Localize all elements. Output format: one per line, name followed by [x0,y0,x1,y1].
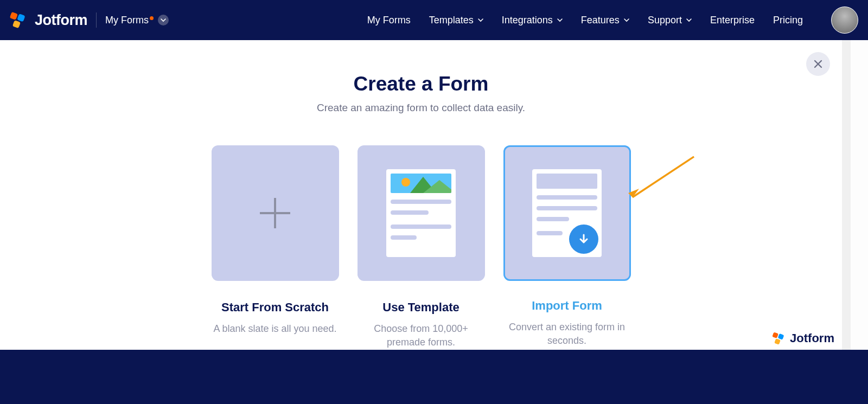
nav-support[interactable]: Support [648,15,692,26]
nav-features[interactable]: Features [581,15,629,26]
nav-label: Enterprise [710,15,755,26]
chevron-down-icon [478,17,483,23]
nav-label: Pricing [773,15,803,26]
nav-label: Templates [429,15,474,26]
footer-band [0,350,868,404]
svg-rect-6 [778,334,784,340]
chevron-down-icon [557,17,563,23]
creation-options: Start From Scratch A blank slate is all … [0,145,842,349]
chevron-down-icon [624,17,629,23]
chevron-down-icon [686,17,692,23]
nav-label: Support [648,15,682,26]
nav-label: Features [581,15,620,26]
nav-label: My Forms [367,15,411,26]
template-doc-icon [386,169,456,257]
svg-rect-0 [10,12,18,20]
page-title: Create a Form [0,73,842,95]
option-start-from-scratch[interactable]: Start From Scratch A blank slate is all … [212,145,339,349]
import-doc-icon [532,169,602,257]
svg-rect-7 [774,338,781,345]
download-arrow-icon [569,225,598,254]
nav-my-forms[interactable]: My Forms [367,15,411,26]
page-subtitle: Create an amazing form to collect data e… [0,102,842,114]
option-import-form[interactable]: Import Form Convert an existing form in … [503,145,631,349]
option-desc: Convert an existing form in seconds. [503,320,631,348]
option-title: Import Form [503,299,631,313]
option-tile [212,145,339,281]
context-label: My Forms [105,15,149,26]
brand-name: Jotform [35,12,87,29]
option-desc: A blank slate is all you need. [212,322,339,336]
option-tile [503,145,631,281]
plus-icon [260,198,290,228]
nav-pricing[interactable]: Pricing [773,15,803,26]
svg-rect-5 [772,332,778,338]
logo-mark-icon [9,11,27,29]
nav-enterprise[interactable]: Enterprise [710,15,755,26]
svg-rect-1 [17,14,25,22]
option-use-template[interactable]: Use Template Choose from 10,000+ premade… [358,145,485,349]
vertical-scrollbar[interactable] [842,0,851,404]
top-nav: Jotform My Forms My Forms Templates Inte… [0,0,868,40]
option-title: Start From Scratch [212,300,339,315]
nav-label: Integrations [502,15,553,26]
context-dropdown[interactable]: My Forms [105,15,169,26]
primary-nav: My Forms Templates Integrations Features… [367,7,858,34]
notification-dot-icon [150,16,154,20]
option-tile [358,145,485,281]
option-desc: Choose from 10,000+ premade forms. [358,322,485,349]
option-title: Use Template [358,300,485,315]
nav-templates[interactable]: Templates [429,15,483,26]
close-button[interactable] [806,52,830,76]
chevron-down-icon [158,15,169,25]
brand-logo[interactable]: Jotform [9,11,87,29]
watermark-text: Jotform [790,331,834,345]
user-avatar[interactable] [831,7,858,34]
nav-integrations[interactable]: Integrations [502,15,563,26]
brand-watermark: Jotform [771,331,834,345]
nav-divider [96,12,97,28]
svg-rect-2 [12,20,21,28]
create-form-panel: Create a Form Create an amazing form to … [0,40,842,350]
close-icon [813,59,824,69]
logo-mark-icon [771,331,786,345]
